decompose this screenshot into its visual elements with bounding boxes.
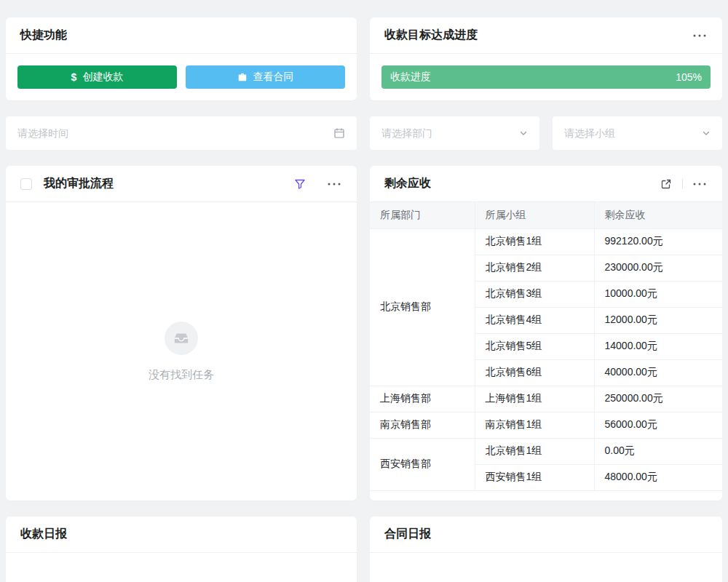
empty-inbox-icon: [165, 322, 198, 355]
briefcase-icon: [237, 72, 248, 82]
contract-daily-card: 合同日报: [370, 517, 722, 582]
empty-state-text: 没有找到任务: [149, 368, 214, 382]
group-cell: 北京销售3组: [475, 281, 594, 307]
chevron-down-icon: [702, 129, 711, 137]
header-divider: [682, 179, 683, 189]
amount-cell: 992120.00元: [594, 228, 722, 255]
col-amount: 剩余应收: [594, 202, 722, 228]
progress-body: 收款进度 105%: [370, 54, 722, 100]
dashboard-page: 快捷功能 $ 创建收款 查看合同 收款目标达成进度 收款: [0, 0, 728, 582]
create-payment-button[interactable]: $ 创建收款: [17, 65, 177, 89]
group-cell: 上海销售1组: [475, 386, 594, 412]
table-row: 西安销售部北京销售1组0.00元: [370, 438, 722, 464]
external-link-icon[interactable]: [659, 177, 673, 191]
time-picker-input[interactable]: [6, 116, 357, 150]
progress-bar-value: 105%: [676, 71, 702, 83]
department-select-input[interactable]: [370, 116, 539, 150]
department-cell: 上海销售部: [370, 386, 475, 412]
quick-actions-header: 快捷功能: [6, 17, 357, 54]
view-contract-button[interactable]: 查看合同: [186, 65, 345, 89]
chevron-down-icon: [519, 129, 528, 137]
contract-daily-body: [370, 553, 722, 582]
approval-card: 我的审批流程 没有找到任务: [6, 166, 357, 501]
calendar-icon: [333, 127, 345, 139]
select-all-checkbox[interactable]: [20, 178, 32, 190]
payment-progress-bar: 收款进度 105%: [381, 65, 711, 89]
quick-actions-card: 快捷功能 $ 创建收款 查看合同: [6, 17, 357, 100]
receivable-card: 剩余应收 所属部门 所属小组 剩余应收 北京销售部北京销售1: [370, 166, 722, 501]
department-cell: 西安销售部: [370, 438, 475, 490]
progress-card: 收款目标达成进度 收款进度 105%: [370, 17, 722, 100]
receivable-header: 剩余应收: [370, 166, 722, 202]
view-contract-label: 查看合同: [253, 71, 294, 84]
receivable-title: 剩余应收: [384, 176, 431, 191]
approval-header: 我的审批流程: [6, 166, 357, 202]
group-cell: 北京销售4组: [475, 307, 594, 333]
table-row: 北京销售部北京销售1组992120.00元: [370, 228, 722, 255]
quick-actions-body: $ 创建收款 查看合同: [6, 54, 357, 100]
payment-daily-body: [6, 553, 357, 582]
table-row: 上海销售部上海销售1组250000.00元: [370, 386, 722, 412]
group-cell: 北京销售1组: [475, 438, 594, 464]
more-icon[interactable]: [326, 181, 342, 187]
department-cell: 南京销售部: [370, 412, 475, 438]
approval-title: 我的审批流程: [44, 176, 114, 191]
payment-daily-title: 收款日报: [20, 527, 67, 542]
table-row: 南京销售部南京销售1组56000.00元: [370, 412, 722, 438]
amount-cell: 14000.00元: [594, 333, 722, 359]
select-filters: [370, 116, 722, 150]
col-department: 所属部门: [370, 202, 475, 228]
amount-cell: 0.00元: [594, 438, 722, 464]
create-payment-label: 创建收款: [82, 71, 123, 84]
payment-daily-header: 收款日报: [6, 517, 357, 553]
more-icon[interactable]: [692, 181, 708, 187]
receivable-table: 所属部门 所属小组 剩余应收 北京销售部北京销售1组992120.00元北京销售…: [370, 202, 722, 501]
receivable-table-body: 北京销售部北京销售1组992120.00元北京销售2组230000.00元北京销…: [370, 228, 722, 490]
approval-empty-state: 没有找到任务: [6, 202, 357, 501]
department-cell: 北京销售部: [370, 228, 475, 386]
amount-cell: 250000.00元: [594, 386, 722, 412]
group-select[interactable]: [553, 116, 722, 150]
more-icon[interactable]: [692, 33, 708, 39]
group-cell: 北京销售6组: [475, 359, 594, 386]
payment-daily-card: 收款日报: [6, 517, 357, 582]
amount-cell: 40000.00元: [594, 359, 722, 386]
group-cell: 北京销售2组: [475, 255, 594, 281]
progress-header: 收款目标达成进度: [370, 17, 722, 54]
amount-cell: 10000.00元: [594, 281, 722, 307]
amount-cell: 56000.00元: [594, 412, 722, 438]
dollar-icon: $: [71, 71, 77, 83]
col-group: 所属小组: [475, 202, 594, 228]
quick-actions-title: 快捷功能: [20, 28, 67, 43]
department-select[interactable]: [370, 116, 539, 150]
contract-daily-header: 合同日报: [370, 517, 722, 553]
progress-title: 收款目标达成进度: [384, 28, 478, 43]
group-cell: 北京销售1组: [475, 228, 594, 255]
contract-daily-title: 合同日报: [384, 527, 431, 542]
amount-cell: 230000.00元: [594, 255, 722, 281]
amount-cell: 12000.00元: [594, 307, 722, 333]
group-cell: 北京销售5组: [475, 333, 594, 359]
group-select-input[interactable]: [553, 116, 722, 150]
amount-cell: 48000.00元: [594, 464, 722, 490]
group-cell: 南京销售1组: [475, 412, 594, 438]
time-picker: [6, 116, 357, 150]
group-cell: 西安销售1组: [475, 464, 594, 490]
table-header-row: 所属部门 所属小组 剩余应收: [370, 202, 722, 228]
filter-icon[interactable]: [293, 177, 307, 191]
progress-bar-label: 收款进度: [390, 71, 431, 84]
